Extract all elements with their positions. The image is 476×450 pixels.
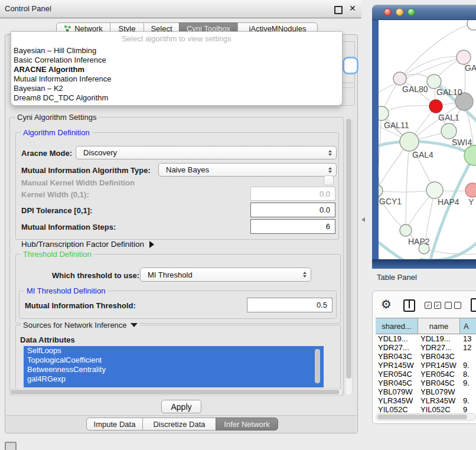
- dropdown-item[interactable]: Bayesian – K2: [11, 84, 342, 93]
- horizontal-scrollbar-thumb[interactable]: [11, 390, 340, 394]
- control-panel-titlebar: Control Panel: [0, 0, 361, 18]
- table-cell[interactable]: YER054C: [376, 370, 418, 379]
- table-cell[interactable]: 13: [460, 334, 476, 343]
- float-window-icon[interactable]: [334, 6, 343, 14]
- table-cell[interactable]: YDL19...: [376, 334, 418, 343]
- apply-label: Apply: [171, 402, 191, 412]
- table-row[interactable]: YDL19...YDL19...13: [376, 334, 476, 343]
- table-cell[interactable]: YBR043C: [418, 352, 460, 361]
- hub-definition-toggle[interactable]: Hub/Transcription Factor Definition: [21, 240, 154, 249]
- graph-node[interactable]: [465, 183, 476, 197]
- dropdown-item[interactable]: Dream8 DC_TDC Algorithm: [11, 93, 342, 103]
- table-cell[interactable]: YLR345W: [376, 396, 418, 405]
- table-row[interactable]: YPR145WYPR145W9.: [376, 361, 476, 370]
- table-cell[interactable]: YBR043C: [376, 352, 418, 361]
- tab-impute-data[interactable]: Impute Data: [86, 418, 143, 431]
- column-header-name[interactable]: name: [418, 318, 460, 334]
- attribute-item[interactable]: TopologicalCoefficient: [24, 356, 324, 365]
- table-cell[interactable]: YBL079W: [418, 387, 460, 396]
- vertical-scrollbar-thumb[interactable]: [346, 119, 351, 379]
- graph-node[interactable]: [441, 123, 457, 139]
- column-header-shared-name[interactable]: shared...: [376, 318, 418, 334]
- dropdown-item[interactable]: Bayesian – Hill Climbing: [11, 46, 342, 56]
- table-cell[interactable]: 9.: [460, 379, 476, 387]
- table-cell[interactable]: YDR27...: [418, 343, 460, 352]
- zoom-traffic-light[interactable]: [407, 8, 415, 16]
- table-row[interactable]: YBL079WYBL079W: [376, 387, 476, 396]
- table-cell[interactable]: YIL052C: [376, 405, 418, 413]
- manual-kernel-checkbox[interactable]: [324, 175, 334, 185]
- graph-node[interactable]: [393, 72, 406, 85]
- mi-threshold-field[interactable]: 0.5: [247, 298, 332, 312]
- minimize-traffic-light[interactable]: [396, 8, 403, 16]
- table-cell[interactable]: 9: [460, 405, 476, 413]
- table-row[interactable]: YLR345WYLR345W9.: [376, 396, 476, 405]
- sources-toggle[interactable]: Sources for Network Inference: [21, 321, 140, 330]
- table-cell[interactable]: 9.: [460, 396, 476, 405]
- table-cell[interactable]: YDR27...: [376, 343, 418, 352]
- attribute-item[interactable]: gal4RGexp: [24, 374, 324, 384]
- table-cell[interactable]: 8.: [460, 370, 476, 379]
- kernel-width-field[interactable]: 0.0: [250, 187, 335, 201]
- table-row[interactable]: YDR27...YDR27...12: [376, 343, 476, 352]
- dropdown-item[interactable]: ARACNE Algorithm: [11, 65, 342, 74]
- table-row[interactable]: YBR043CYBR043C: [376, 352, 476, 361]
- minimized-panel-icon[interactable]: [5, 442, 17, 450]
- table-cell[interactable]: 9.: [460, 361, 476, 370]
- dropdown-item[interactable]: Basic Correlation Inference: [11, 56, 342, 65]
- panel-title: Control Panel: [5, 0, 51, 18]
- table-row[interactable]: YIL052CYIL052C9: [376, 405, 476, 413]
- graph-node[interactable]: [426, 182, 443, 198]
- table-cell[interactable]: YPR145W: [418, 361, 460, 370]
- list-scrollbar[interactable]: [315, 349, 320, 383]
- table-cell[interactable]: YPR145W: [376, 361, 418, 370]
- table-cell[interactable]: YBR045C: [418, 379, 460, 387]
- which-threshold-value: MI Threshold: [148, 270, 193, 279]
- graph-node[interactable]: [429, 100, 442, 113]
- which-threshold-select[interactable]: MI Threshold: [140, 268, 311, 282]
- table-cell[interactable]: YBR045C: [376, 379, 418, 387]
- unchecked-boxes-icon[interactable]: [445, 302, 461, 309]
- graph-node[interactable]: [400, 224, 412, 236]
- aracne-mode-label: Aracne Mode:: [21, 149, 72, 158]
- document-icon[interactable]: [471, 298, 476, 312]
- network-canvas[interactable]: GALGAL80GAL10GAL1GAL11SWI4GAL4GCY1HAP4YH…: [379, 20, 476, 259]
- table-cell[interactable]: YBL079W: [376, 387, 418, 396]
- attribute-item[interactable]: SelfLoops: [24, 346, 324, 356]
- table-cell[interactable]: 12: [460, 343, 476, 352]
- attribute-item[interactable]: BetweennessCentrality: [24, 365, 324, 374]
- tab-infer-network[interactable]: Infer Network: [216, 418, 278, 431]
- table-horizontal-scrollbar-thumb[interactable]: [377, 415, 467, 419]
- table-row[interactable]: YER054CYER054C8.: [376, 370, 476, 379]
- graph-node[interactable]: [400, 132, 419, 151]
- graph-node[interactable]: [379, 185, 383, 197]
- close-traffic-light[interactable]: [384, 8, 392, 16]
- aracne-mode-select[interactable]: Discovery: [76, 146, 337, 159]
- splitter-collapse-icon[interactable]: [361, 217, 365, 222]
- table-cell[interactable]: YIL052C: [418, 405, 460, 413]
- tab-discretize-data[interactable]: Discretize Data: [142, 418, 216, 431]
- gear-icon[interactable]: ⚙: [381, 298, 392, 311]
- mi-steps-field[interactable]: 6: [250, 219, 335, 234]
- table-cell[interactable]: YLR345W: [418, 396, 460, 405]
- data-attributes-list[interactable]: SelfLoopsTopologicalCoefficientBetweenne…: [24, 346, 324, 387]
- graph-node[interactable]: [464, 145, 476, 165]
- apply-button[interactable]: Apply: [161, 400, 201, 413]
- table-cell[interactable]: [460, 387, 476, 396]
- checked-boxes-icon[interactable]: ✓✓: [425, 302, 441, 309]
- close-icon[interactable]: ✕: [349, 4, 356, 13]
- graph-node[interactable]: [379, 106, 389, 120]
- graph-node[interactable]: [427, 74, 441, 89]
- column-layout-icon[interactable]: [403, 299, 415, 312]
- table-row[interactable]: YBR045CYBR045C9.: [376, 379, 476, 387]
- graph-node[interactable]: [457, 50, 471, 64]
- graph-node[interactable]: [467, 20, 476, 30]
- algorithm-combo-fragment[interactable]: [343, 57, 358, 74]
- table-cell[interactable]: YDL19...: [418, 334, 460, 343]
- table-cell[interactable]: [460, 352, 476, 361]
- table-cell[interactable]: YER054C: [418, 370, 460, 379]
- dropdown-item[interactable]: Mutual Information Inference: [11, 74, 342, 84]
- dpi-tolerance-field[interactable]: 0.0: [250, 203, 335, 217]
- mi-type-select[interactable]: Naive Bayes: [158, 163, 337, 177]
- column-header-partial[interactable]: A: [460, 318, 476, 334]
